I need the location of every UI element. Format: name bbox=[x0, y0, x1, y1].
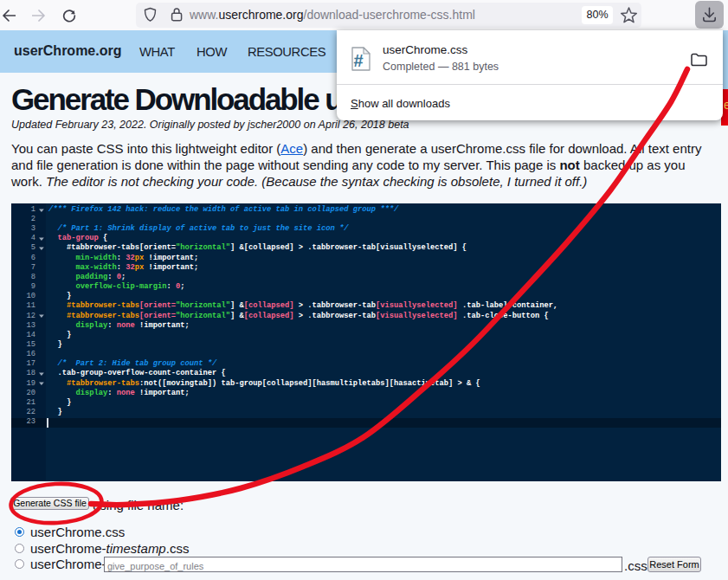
svg-text:#: # bbox=[354, 51, 364, 70]
